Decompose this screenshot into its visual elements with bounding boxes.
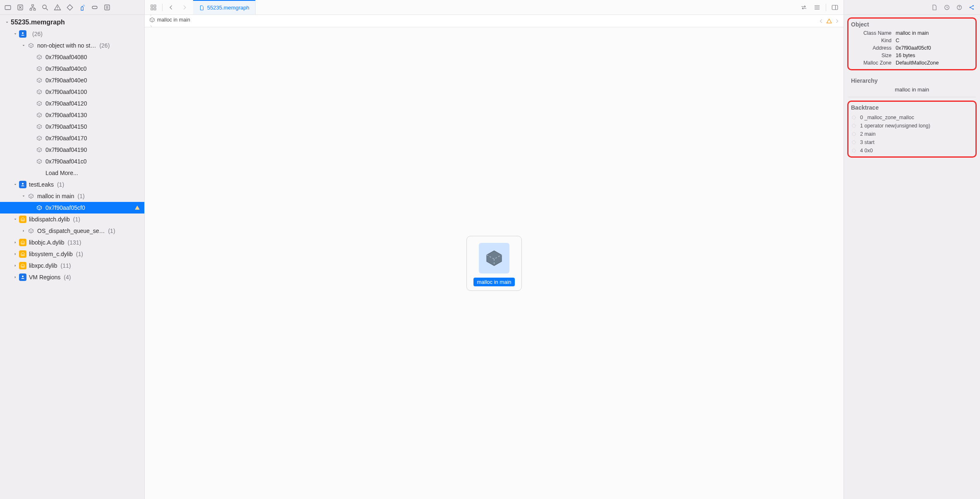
disclosure-icon[interactable]	[21, 193, 26, 199]
chevron-right-icon[interactable]	[834, 19, 839, 24]
frame-icon	[851, 123, 857, 129]
tree-row[interactable]: malloc in main(1)	[0, 190, 144, 202]
tree-label: Load More...	[45, 170, 78, 176]
disclosure-icon[interactable]	[21, 43, 26, 48]
search-icon[interactable]	[41, 4, 49, 11]
disclosure-icon[interactable]	[12, 240, 18, 245]
tree-label: libdispatch.dylib	[29, 216, 70, 223]
diamond-icon[interactable]	[66, 4, 74, 11]
list-square-icon[interactable]	[103, 4, 111, 11]
tree-root[interactable]: 55235.memgraph	[0, 17, 144, 28]
folder-icon[interactable]	[4, 4, 12, 11]
tree-row[interactable]: 0x7f90aaf04170	[0, 132, 144, 144]
tree-row[interactable]: 0x7f90aaf04150	[0, 121, 144, 132]
chevron-left-icon[interactable]	[819, 19, 824, 24]
row-icon	[27, 192, 35, 200]
help-icon[interactable]	[956, 4, 963, 11]
tree-row[interactable]: testLeaks(1)	[0, 179, 144, 190]
hierarchy-icon[interactable]	[29, 4, 36, 11]
tree-count: (26)	[99, 42, 110, 49]
warning-icon	[134, 205, 140, 211]
inspector-toolbar	[844, 0, 980, 15]
svg-point-5	[43, 5, 46, 9]
disclosure-icon[interactable]	[12, 31, 18, 37]
tree-row[interactable]: VM Regions(4)	[0, 271, 144, 283]
new-doc-icon[interactable]	[931, 4, 938, 11]
swap-arrows-icon[interactable]	[799, 3, 808, 12]
graph-canvas[interactable]: malloc in main	[145, 27, 844, 499]
tab-label: 55235.memgraph	[207, 5, 249, 11]
kv-label: Class Name	[850, 30, 892, 36]
breadcrumb-item[interactable]: malloc in main	[149, 17, 190, 23]
frame-icon	[851, 148, 857, 154]
tree-count: (1)	[57, 181, 64, 188]
svg-point-23	[959, 8, 959, 9]
disclosure-icon[interactable]	[12, 182, 18, 187]
row-icon	[36, 204, 43, 211]
pill-icon[interactable]	[91, 4, 98, 11]
tree-row[interactable]: 0x7f90aaf041c0	[0, 156, 144, 167]
backtrace-row[interactable]: 3 start	[850, 138, 974, 146]
spray-icon[interactable]	[79, 4, 86, 11]
tree-row[interactable]: (26)	[0, 28, 144, 40]
tree-count: (26)	[32, 31, 43, 37]
graph-node[interactable]: malloc in main	[466, 236, 521, 291]
tree-row[interactable]: OS_dispatch_queue_se…(1)	[0, 225, 144, 237]
disclosure-icon[interactable]	[12, 274, 18, 280]
tree-row[interactable]: 0x7f90aaf04130	[0, 109, 144, 121]
tree-row[interactable]: 0x7f90aaf04100	[0, 86, 144, 98]
disclosure-icon[interactable]	[12, 216, 18, 222]
nav-back-icon[interactable]	[167, 3, 176, 12]
svg-point-14	[22, 276, 24, 277]
box-icon	[36, 89, 43, 95]
disclosure-icon[interactable]	[4, 19, 10, 25]
svg-point-6	[57, 9, 58, 10]
backtrace-text: 0 _malloc_zone_malloc	[860, 115, 914, 120]
tree-label: malloc in main	[37, 193, 74, 199]
tree-row[interactable]: 0x7f90aaf040c0	[0, 63, 144, 74]
tree-row[interactable]: 0x7f90aaf04080	[0, 51, 144, 63]
tree-label: 0x7f90aaf04190	[45, 146, 87, 153]
tree-row[interactable]: Load More...	[0, 167, 144, 179]
sidebar-toggle-icon[interactable]	[830, 3, 839, 12]
inspector-panel: Object Class Namemalloc in main KindC Ad…	[844, 0, 980, 499]
lines-icon[interactable]	[813, 3, 822, 12]
tab-file[interactable]: 55235.memgraph	[193, 0, 256, 14]
tree-row[interactable]: 0x7f90aaf040e0	[0, 74, 144, 86]
disclosure-icon[interactable]	[21, 228, 26, 234]
tree-row[interactable]: libdispatch.dylib(1)	[0, 214, 144, 225]
tree-label: 0x7f90aaf04150	[45, 123, 87, 130]
tree-row[interactable]: libxpc.dylib(11)	[0, 260, 144, 271]
svg-point-27	[852, 116, 856, 119]
backtrace-row[interactable]: 0 _malloc_zone_malloc	[850, 113, 974, 122]
box-icon	[28, 228, 34, 234]
warning-icon[interactable]	[54, 4, 61, 11]
tree-row[interactable]: 0x7f90aaf04120	[0, 98, 144, 109]
box-icon	[479, 243, 509, 273]
tree-label: OS_dispatch_queue_se…	[37, 228, 105, 234]
tree-row[interactable]: libsystem_c.dylib(1)	[0, 248, 144, 260]
share-branch-icon[interactable]	[968, 4, 975, 11]
warning-triangle-icon[interactable]	[826, 18, 832, 24]
tree-row[interactable]: non-object with no st…(26)	[0, 40, 144, 51]
tree-label: 55235.memgraph	[11, 19, 65, 26]
kv-label: Kind	[850, 38, 892, 43]
history-icon[interactable]	[944, 4, 950, 11]
close-box-icon[interactable]	[17, 4, 24, 11]
tree-row[interactable]: libobjc.A.dylib(131)	[0, 237, 144, 248]
tree-label: libsystem_c.dylib	[29, 251, 73, 257]
grid-icon[interactable]	[149, 3, 158, 12]
tree-row[interactable]: 0x7f90aaf04190	[0, 144, 144, 156]
box-icon	[36, 112, 43, 118]
kv-label: Malloc Zone	[850, 60, 892, 66]
disclosure-icon[interactable]	[12, 263, 18, 269]
row-icon	[19, 250, 26, 258]
navigator-tree[interactable]: 55235.memgraph(26)non-object with no st……	[0, 15, 144, 499]
backtrace-row[interactable]: 2 main	[850, 130, 974, 138]
tree-row[interactable]: 0x7f90aaf05cf0	[0, 202, 144, 214]
chevron-right-icon	[149, 24, 196, 27]
backtrace-row[interactable]: 4 0x0	[850, 146, 974, 155]
disclosure-icon[interactable]	[12, 251, 18, 257]
backtrace-row[interactable]: 1 operator new(unsigned long)	[850, 122, 974, 130]
nav-forward-icon[interactable]	[180, 3, 189, 12]
